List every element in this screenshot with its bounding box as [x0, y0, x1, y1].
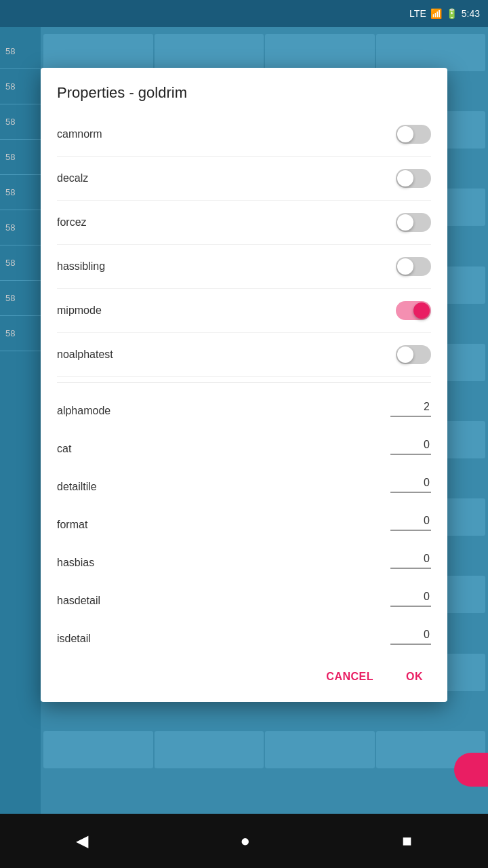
dialog-footer: CANCEL OK: [41, 654, 447, 702]
dialog-body: camnorm decalz forcez hassibling: [41, 113, 447, 654]
noalphatest-knob: [397, 347, 413, 363]
isdetail-label: isdetail: [57, 633, 91, 645]
decalz-knob: [397, 170, 413, 186]
camnorm-label: camnorm: [57, 128, 102, 140]
decalz-toggle[interactable]: [396, 169, 431, 188]
decalz-label: decalz: [57, 172, 88, 184]
alphamode-input[interactable]: [390, 398, 431, 417]
mipmode-knob: [413, 302, 430, 319]
hassibling-label: hassibling: [57, 260, 105, 273]
lte-icon: LTE: [409, 8, 426, 19]
hasdetail-label: hasdetail: [57, 595, 100, 607]
toggle-row-decalz: decalz: [57, 157, 431, 201]
home-button[interactable]: ●: [240, 831, 250, 850]
battery-icon: 🔋: [446, 8, 458, 19]
toggle-row-hassibling: hassibling: [57, 245, 431, 289]
number-row-hasdetail: hasdetail: [57, 578, 431, 616]
noalphatest-label: noalphatest: [57, 349, 113, 361]
status-bar: LTE 📶 🔋 5:43: [0, 0, 488, 27]
noalphatest-toggle[interactable]: [396, 345, 431, 364]
number-row-isdetail: isdetail: [57, 616, 431, 654]
isdetail-input[interactable]: [390, 626, 431, 645]
alphamode-label: alphamode: [57, 405, 110, 417]
back-button[interactable]: ◀: [76, 831, 88, 850]
hassibling-toggle[interactable]: [396, 257, 431, 276]
number-row-alphamode: alphamode: [57, 389, 431, 427]
toggle-row-forcez: forcez: [57, 201, 431, 245]
forcez-label: forcez: [57, 216, 87, 229]
forcez-toggle[interactable]: [396, 213, 431, 232]
section-divider: [57, 382, 431, 383]
forcez-knob: [397, 214, 413, 231]
camnorm-knob: [397, 126, 413, 142]
time-display: 5:43: [462, 8, 480, 19]
recent-button[interactable]: ■: [402, 831, 412, 850]
hasdetail-input[interactable]: [390, 588, 431, 607]
hasbias-label: hasbias: [57, 557, 94, 569]
signal-icon: 📶: [430, 8, 442, 19]
cancel-button[interactable]: CANCEL: [318, 665, 382, 688]
toggle-row-camnorm: camnorm: [57, 113, 431, 157]
detailtile-input[interactable]: [390, 474, 431, 493]
nav-bar: ◀ ● ■: [0, 814, 488, 868]
hassibling-knob: [397, 258, 413, 275]
ok-button[interactable]: OK: [398, 665, 431, 688]
number-row-cat: cat: [57, 427, 431, 465]
format-input[interactable]: [390, 512, 431, 531]
detailtile-label: detailtile: [57, 481, 97, 493]
camnorm-toggle[interactable]: [396, 125, 431, 144]
number-row-format: format: [57, 502, 431, 540]
toggle-row-mipmode: mipmode: [57, 289, 431, 333]
number-row-detailtile: detailtile: [57, 465, 431, 502]
number-row-hasbias: hasbias: [57, 540, 431, 578]
cat-input[interactable]: [390, 436, 431, 455]
hasbias-input[interactable]: [390, 550, 431, 569]
mipmode-label: mipmode: [57, 304, 102, 317]
properties-dialog: Properties - goldrim camnorm decalz forc…: [41, 68, 447, 702]
toggle-row-noalphatest: noalphatest: [57, 333, 431, 377]
dialog-title: Properties - goldrim: [41, 68, 447, 113]
format-label: format: [57, 519, 87, 531]
cat-label: cat: [57, 443, 71, 455]
dialog-overlay: Properties - goldrim camnorm decalz forc…: [0, 27, 488, 814]
mipmode-toggle[interactable]: [396, 301, 431, 320]
